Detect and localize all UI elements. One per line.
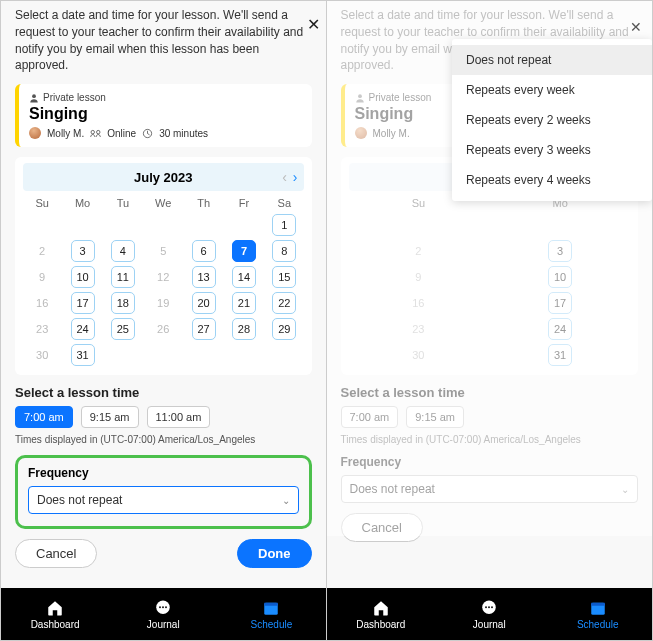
svg-point-5 bbox=[159, 606, 161, 608]
calendar-day: 12 bbox=[151, 266, 175, 288]
frequency-label: Frequency bbox=[28, 466, 299, 480]
lesson-duration: 30 minutes bbox=[159, 128, 208, 139]
calendar-day[interactable]: 24 bbox=[71, 318, 95, 340]
calendar-day[interactable]: 22 bbox=[272, 292, 296, 314]
time-option[interactable]: 7:00 am bbox=[15, 406, 73, 428]
time-option[interactable]: 9:15 am bbox=[406, 406, 464, 428]
calendar-day: 9 bbox=[406, 266, 430, 288]
calendar-day[interactable]: 18 bbox=[111, 292, 135, 314]
cancel-button[interactable]: Cancel bbox=[15, 539, 97, 568]
calendar-day: 19 bbox=[151, 292, 175, 314]
tab-schedule[interactable]: Schedule bbox=[217, 588, 325, 640]
calendar-day[interactable]: 8 bbox=[272, 240, 296, 262]
calendar-day[interactable]: 4 bbox=[111, 240, 135, 262]
tab-schedule[interactable]: Schedule bbox=[544, 588, 653, 640]
calendar-day: 23 bbox=[406, 318, 430, 340]
teacher-name: Molly M. bbox=[47, 128, 84, 139]
svg-point-0 bbox=[32, 94, 36, 98]
calendar-day[interactable]: 11 bbox=[111, 266, 135, 288]
calendar-day[interactable]: 7 bbox=[232, 240, 256, 262]
frequency-value: Does not repeat bbox=[37, 493, 122, 507]
calendar-prev-icon[interactable]: ‹ bbox=[282, 169, 287, 185]
lesson-card: Private lesson Singing Molly M. Online 3… bbox=[15, 84, 312, 147]
person-icon bbox=[29, 93, 39, 103]
tab-dashboard[interactable]: Dashboard bbox=[327, 588, 436, 640]
calendar-day: 16 bbox=[406, 292, 430, 314]
calendar-day[interactable]: 1 bbox=[272, 214, 296, 236]
frequency-select[interactable]: Does not repeat ⌄ bbox=[341, 475, 639, 503]
instruction-text: Select a date and time for your lesson. … bbox=[341, 7, 639, 74]
home-icon bbox=[46, 599, 64, 617]
calendar-day[interactable]: 20 bbox=[192, 292, 216, 314]
time-option[interactable]: 11:00 am bbox=[147, 406, 211, 428]
calendar-day[interactable]: 6 bbox=[192, 240, 216, 262]
calendar-day: 2 bbox=[406, 240, 430, 262]
time-option[interactable]: 9:15 am bbox=[81, 406, 139, 428]
calendar-dow: Mo bbox=[63, 195, 101, 211]
calendar-day: 2 bbox=[30, 240, 54, 262]
tab-journal[interactable]: Journal bbox=[435, 588, 544, 640]
calendar-day[interactable]: 31 bbox=[548, 344, 572, 366]
calendar-day[interactable]: 17 bbox=[548, 292, 572, 314]
frequency-value: Does not repeat bbox=[350, 482, 435, 496]
svg-point-14 bbox=[491, 606, 493, 608]
time-heading: Select a lesson time bbox=[15, 385, 312, 400]
calendar-dow: Mo bbox=[490, 195, 630, 211]
home-icon bbox=[372, 599, 390, 617]
calendar-day[interactable]: 3 bbox=[548, 240, 572, 262]
calendar-day[interactable]: 25 bbox=[111, 318, 135, 340]
lesson-title: Singing bbox=[29, 105, 302, 123]
calendar-day: 5 bbox=[151, 240, 175, 262]
calendar-dow: Th bbox=[184, 195, 222, 211]
tab-label: Schedule bbox=[577, 619, 619, 630]
tab-journal[interactable]: Journal bbox=[109, 588, 217, 640]
calendar-day[interactable]: 27 bbox=[192, 318, 216, 340]
calendar-dow: Su bbox=[23, 195, 61, 211]
svg-point-13 bbox=[488, 606, 490, 608]
person-icon bbox=[355, 93, 365, 103]
calendar-day[interactable]: 21 bbox=[232, 292, 256, 314]
timezone-note: Times displayed in (UTC-07:00) America/L… bbox=[341, 434, 639, 445]
calendar: SuMo23910161723243031 bbox=[341, 157, 639, 375]
calendar-day[interactable]: 29 bbox=[272, 318, 296, 340]
lesson-type-label: Private lesson bbox=[43, 92, 106, 103]
teacher-name: Molly M. bbox=[373, 128, 410, 139]
calendar-next-icon[interactable]: › bbox=[293, 169, 298, 185]
calendar-day[interactable]: 24 bbox=[548, 318, 572, 340]
chevron-down-icon: ⌄ bbox=[621, 484, 629, 495]
calendar-day[interactable]: 10 bbox=[71, 266, 95, 288]
calendar-day[interactable]: 13 bbox=[192, 266, 216, 288]
scheduler-pane-dropdown: Select a date and time for your lesson. … bbox=[327, 1, 653, 640]
scheduler-pane-main: ✕ Select a date and time for your lesson… bbox=[1, 1, 327, 640]
frequency-select[interactable]: Does not repeat ⌄ bbox=[28, 486, 299, 514]
teacher-avatar bbox=[29, 127, 41, 139]
cancel-button[interactable]: Cancel bbox=[341, 513, 423, 542]
frequency-section-highlighted: Frequency Does not repeat ⌄ bbox=[15, 455, 312, 529]
calendar-day[interactable]: 3 bbox=[71, 240, 95, 262]
calendar-day[interactable]: 28 bbox=[232, 318, 256, 340]
svg-point-2 bbox=[97, 130, 100, 133]
svg-point-1 bbox=[91, 130, 94, 133]
chat-icon bbox=[154, 599, 172, 617]
calendar-day: 30 bbox=[30, 344, 54, 366]
calendar-title: July 2023 bbox=[134, 170, 193, 185]
tab-dashboard[interactable]: Dashboard bbox=[1, 588, 109, 640]
done-button[interactable]: Done bbox=[237, 539, 312, 568]
calendar-day: 16 bbox=[30, 292, 54, 314]
online-icon bbox=[90, 128, 101, 139]
calendar-day: 9 bbox=[30, 266, 54, 288]
svg-point-10 bbox=[358, 94, 362, 98]
frequency-label: Frequency bbox=[341, 455, 639, 469]
calendar-day[interactable]: 31 bbox=[71, 344, 95, 366]
calendar-dow: Fr bbox=[225, 195, 263, 211]
calendar-day[interactable]: 15 bbox=[272, 266, 296, 288]
calendar-day[interactable]: 10 bbox=[548, 266, 572, 288]
calendar-day[interactable]: 14 bbox=[232, 266, 256, 288]
calendar-day[interactable]: 17 bbox=[71, 292, 95, 314]
calendar-icon bbox=[262, 599, 280, 617]
svg-rect-16 bbox=[591, 602, 605, 605]
svg-point-7 bbox=[165, 606, 167, 608]
close-icon[interactable]: ✕ bbox=[307, 15, 320, 34]
calendar-dow: Tu bbox=[104, 195, 142, 211]
time-option[interactable]: 7:00 am bbox=[341, 406, 399, 428]
